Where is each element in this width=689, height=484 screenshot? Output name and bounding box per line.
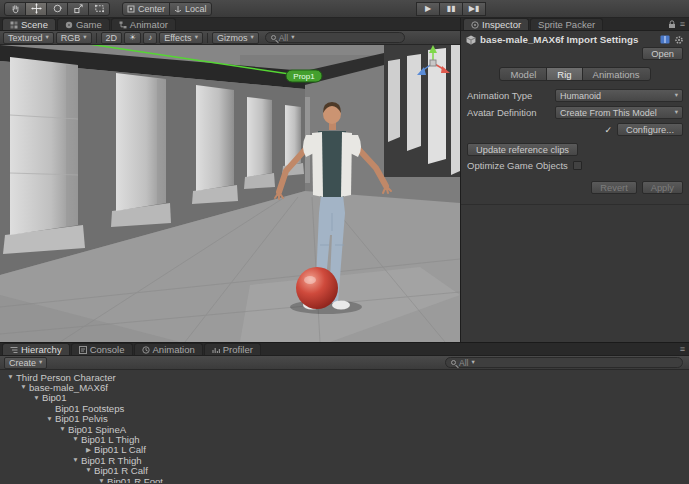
render-channel-dropdown[interactable]: RGB▾ <box>56 32 92 44</box>
profiler-icon <box>212 346 220 354</box>
tree-item[interactable]: ▼base-male_MAX6f <box>0 382 689 392</box>
tab-sprite-packer[interactable]: Sprite Packer <box>530 18 603 30</box>
optimize-game-objects-checkbox[interactable] <box>573 161 582 170</box>
gizmos-dropdown[interactable]: Gizmos▾ <box>212 32 259 44</box>
animation-type-dropdown[interactable]: Humanoid ▾ <box>555 89 683 102</box>
gear-icon[interactable] <box>674 35 684 45</box>
rotate-tool-button[interactable] <box>46 2 68 16</box>
tab-sprite-packer-label: Sprite Packer <box>538 19 595 30</box>
tree-item[interactable]: ▼Bip01 SpineA <box>0 424 689 434</box>
tab-animation[interactable]: Animation <box>134 343 203 355</box>
update-reference-clips-button[interactable]: Update reference clips <box>467 143 578 156</box>
disclosure-triangle-icon[interactable]: ▼ <box>70 457 81 464</box>
tab-animator[interactable]: Animator <box>111 18 176 30</box>
scene-view-toolbar: Textured▾ RGB▾ 2D ☀ ♪ Effects▾ Gizmos▾ A… <box>0 31 460 45</box>
lock-icon[interactable] <box>668 20 676 29</box>
bottom-panel: Hierarchy Console Animation Profiler ≡ C… <box>0 342 689 484</box>
console-icon <box>79 346 87 354</box>
help-book-icon[interactable] <box>660 35 670 44</box>
apply-button[interactable]: Apply <box>642 181 683 194</box>
disclosure-triangle-icon[interactable]: ▼ <box>83 467 94 474</box>
play-button[interactable]: ▶ <box>416 2 440 16</box>
tab-game[interactable]: Game <box>57 18 110 30</box>
prop-label-badge[interactable]: Prop1 <box>286 70 322 82</box>
rect-tool-button[interactable] <box>88 2 110 16</box>
rect-tool-icon <box>94 3 105 14</box>
hierarchy-search-field[interactable]: All ▾ <box>445 357 683 368</box>
scene-viewport[interactable]: Prop1 <box>0 45 460 342</box>
audio-toggle-button[interactable]: ♪ <box>143 32 157 44</box>
tree-item[interactable]: ▼Third Person Character <box>0 372 689 382</box>
step-icon: ▶▮ <box>469 5 480 13</box>
hand-tool-button[interactable] <box>4 2 26 16</box>
chevron-down-icon: ▾ <box>291 34 294 41</box>
animation-icon <box>142 346 150 354</box>
render-mode-dropdown[interactable]: Textured▾ <box>3 32 54 44</box>
tab-rig[interactable]: Rig <box>546 67 582 81</box>
hand-icon <box>10 3 21 14</box>
panel-menu-icon[interactable]: ≡ <box>680 344 685 354</box>
hierarchy-toolbar: Create ▾ All ▾ <box>0 356 689 370</box>
pivot-space-group: Center Local <box>122 2 212 16</box>
tab-console-label: Console <box>90 344 125 355</box>
tab-scene-label: Scene <box>21 19 48 30</box>
disclosure-triangle-icon[interactable]: ▼ <box>96 478 107 483</box>
unity-editor-window: Center Local ▶ ▮▮ ▶▮ Scene Game <box>0 0 689 484</box>
scene-search-field[interactable]: All ▾ <box>265 32 405 43</box>
tree-item[interactable]: ▼Bip01 R Calf <box>0 466 689 476</box>
disclosure-triangle-icon[interactable]: ▼ <box>18 384 29 391</box>
tree-item[interactable]: ▼Bip01 L Thigh <box>0 434 689 444</box>
step-button[interactable]: ▶▮ <box>462 2 486 16</box>
tree-item[interactable]: ▼Bip01 <box>0 393 689 403</box>
inspector-icon <box>471 21 479 29</box>
tab-hierarchy[interactable]: Hierarchy <box>2 343 70 355</box>
create-dropdown[interactable]: Create ▾ <box>4 357 47 369</box>
disclosure-triangle-icon[interactable]: ▼ <box>70 436 81 443</box>
revert-button[interactable]: Revert <box>591 181 636 194</box>
panel-menu-icon[interactable]: ≡ <box>680 19 685 29</box>
pivot-icon <box>127 5 135 13</box>
space-mode-button[interactable]: Local <box>169 2 212 16</box>
disclosure-triangle-icon[interactable]: ▼ <box>5 374 16 381</box>
pivot-mode-label: Center <box>138 4 165 14</box>
game-icon <box>65 21 73 29</box>
tab-animations[interactable]: Animations <box>582 67 651 81</box>
tree-item[interactable]: Bip01 Footsteps <box>0 403 689 413</box>
tab-model[interactable]: Model <box>499 67 547 81</box>
open-button[interactable]: Open <box>642 47 683 60</box>
tab-inspector-label: Inspector <box>482 19 521 30</box>
tree-item[interactable]: ▶Bip01 L Calf <box>0 445 689 455</box>
prop-sphere[interactable] <box>296 267 338 309</box>
tab-scene[interactable]: Scene <box>2 18 56 30</box>
effects-dropdown[interactable]: Effects▾ <box>159 32 203 44</box>
pause-button[interactable]: ▮▮ <box>439 2 463 16</box>
tab-inspector[interactable]: Inspector <box>463 18 529 30</box>
disclosure-triangle-icon[interactable]: ▼ <box>57 426 68 433</box>
tab-profiler[interactable]: Profiler <box>204 343 261 355</box>
scale-tool-button[interactable] <box>67 2 89 16</box>
search-icon <box>451 360 456 365</box>
disclosure-triangle-icon[interactable]: ▼ <box>31 395 42 402</box>
space-mode-label: Local <box>185 4 207 14</box>
tree-item[interactable]: ▼Bip01 Pelvis <box>0 414 689 424</box>
disclosure-triangle-icon[interactable]: ▶ <box>83 447 94 454</box>
tree-item-label: Bip01 R Thigh <box>81 455 142 466</box>
move-tool-button[interactable] <box>25 2 47 16</box>
chevron-down-icon: ▾ <box>250 34 253 41</box>
tab-console[interactable]: Console <box>71 343 133 355</box>
transform-tools-group <box>4 2 110 16</box>
toggle-2d-button[interactable]: 2D <box>101 32 123 44</box>
bottom-tab-bar: Hierarchy Console Animation Profiler ≡ <box>0 343 689 356</box>
avatar-definition-dropdown[interactable]: Create From This Model ▾ <box>555 106 683 119</box>
pivot-mode-button[interactable]: Center <box>122 2 170 16</box>
configure-button[interactable]: Configure... <box>617 123 683 136</box>
valid-check-icon: ✓ <box>604 125 612 135</box>
tree-item[interactable]: ▼Bip01 R Foot <box>0 476 689 483</box>
tree-item-label: Bip01 SpineA <box>68 424 126 435</box>
tab-game-label: Game <box>76 19 102 30</box>
tree-item-label: Bip01 L Thigh <box>81 434 140 445</box>
lighting-toggle-button[interactable]: ☀ <box>124 32 141 44</box>
chevron-down-icon: ▾ <box>675 92 678 99</box>
disclosure-triangle-icon[interactable]: ▼ <box>44 416 55 423</box>
tree-item[interactable]: ▼Bip01 R Thigh <box>0 455 689 465</box>
